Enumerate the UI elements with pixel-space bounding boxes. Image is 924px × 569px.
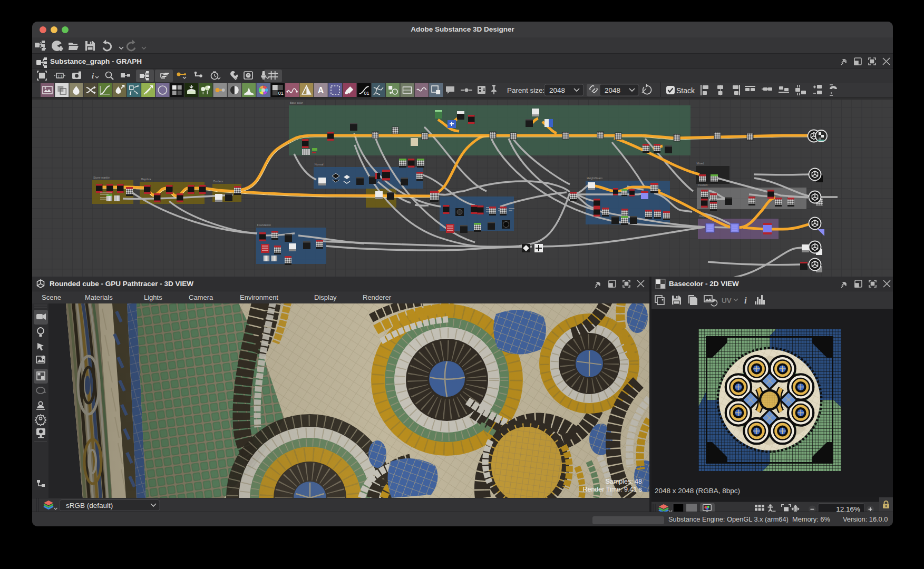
svg-text:Render Time: 9.41 s: Render Time: 9.41 s xyxy=(582,486,642,493)
svg-text:Foundation: Foundation xyxy=(257,223,271,227)
svg-text:Mixed: Mixed xyxy=(697,162,704,165)
svg-text:A: A xyxy=(318,86,324,95)
svg-text:01: 01 xyxy=(278,91,284,96)
svg-text:01: 01 xyxy=(364,91,369,96)
svg-text:i: i xyxy=(92,72,94,80)
svg-text:UV: UV xyxy=(722,297,732,305)
svg-text:2048: 2048 xyxy=(549,86,565,94)
svg-text:Base color: Base color xyxy=(290,101,303,104)
svg-text:1:1: 1:1 xyxy=(57,74,63,78)
svg-text:Stack: Stack xyxy=(676,86,695,95)
svg-text:sRGB (default): sRGB (default) xyxy=(66,502,113,509)
svg-text:Samples: 48: Samples: 48 xyxy=(606,478,643,485)
svg-text:2048: 2048 xyxy=(605,86,620,94)
svg-text:Borders: Borders xyxy=(213,180,223,183)
svg-text:Height/Foam: Height/Foam xyxy=(587,176,602,180)
svg-text:Parent size:: Parent size: xyxy=(507,86,544,94)
svg-text:Normal: Normal xyxy=(315,163,324,166)
svg-text:Position: Position xyxy=(698,183,708,187)
svg-text:i: i xyxy=(744,296,747,306)
svg-text:Majolica: Majolica xyxy=(141,178,151,181)
svg-text:Stone marble: Stone marble xyxy=(93,176,110,179)
